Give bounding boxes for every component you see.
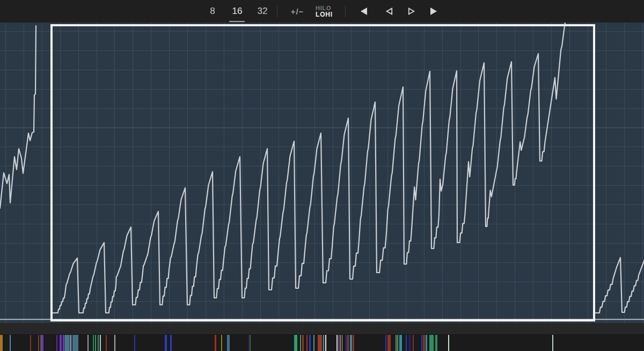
minimap-bar [0, 335, 3, 351]
sequencer-app: 8 16 32 +/− HILO LOHI [0, 0, 644, 351]
minimap-bar [396, 335, 397, 351]
minimap-bar [340, 335, 341, 351]
minimap-bar [134, 335, 135, 351]
minimap-bar [72, 335, 78, 351]
minimap-bar [318, 335, 322, 351]
minimap-strip[interactable] [0, 334, 644, 351]
minimap-bar [552, 335, 553, 351]
minimap-bar [413, 335, 414, 351]
minimap-bar [306, 335, 308, 351]
minimap-bar [70, 335, 71, 351]
minimap-bar [100, 335, 101, 351]
minimap-bar [397, 335, 398, 351]
minimap-bar [87, 335, 89, 351]
minimap-bar [338, 335, 339, 351]
selection-rectangle[interactable] [50, 24, 595, 321]
minimap-bar [63, 335, 64, 351]
toolbar-divider [277, 5, 277, 17]
minimap-bar [221, 335, 222, 351]
plus-minus-button[interactable]: +/− [289, 0, 306, 23]
waveform-panel[interactable] [0, 23, 644, 323]
minimap-bar [435, 335, 437, 351]
minimap-bar [300, 335, 301, 351]
minimap-bar [64, 335, 70, 351]
step-length-16-button[interactable]: 16 [230, 0, 244, 23]
skip-back-button[interactable] [360, 7, 368, 16]
waveform-line-left [0, 26, 36, 208]
minimap-bar [165, 335, 167, 351]
minimap-bar [347, 335, 349, 351]
minimap-bar [93, 335, 94, 351]
minimap-bar [250, 335, 251, 351]
minimap-bar [60, 335, 62, 351]
skip-forward-icon [430, 7, 437, 16]
skip-forward-button[interactable] [430, 7, 437, 16]
minimap-bar [429, 335, 434, 351]
toolbar-divider [345, 5, 346, 17]
minimap-bar [421, 335, 422, 351]
minimap-bar [114, 335, 115, 351]
minimap-bar [249, 335, 250, 351]
minimap-bar [342, 335, 342, 351]
minimap-bar [41, 335, 41, 351]
minimap-bar [38, 335, 39, 351]
minimap-bar [346, 335, 347, 351]
minimap-bar [30, 335, 31, 351]
step-forward-icon [408, 7, 415, 16]
active-step-underline [229, 21, 245, 22]
lower-strip [0, 323, 644, 334]
minimap-bar [325, 335, 326, 351]
minimap-bar [56, 335, 57, 351]
minimap-bar [227, 335, 230, 351]
step-length-32-button[interactable]: 32 [255, 0, 269, 23]
minimap-bar [448, 335, 449, 351]
minimap-bar [385, 335, 386, 351]
minimap-bar [98, 335, 99, 351]
skip-back-icon [360, 7, 368, 16]
minimap-bar [95, 335, 96, 351]
minimap-bar [423, 335, 425, 351]
waveform-line-right [596, 252, 644, 313]
lohi-label: LOHI [316, 11, 333, 18]
minimap-bar [323, 335, 324, 351]
minimap-bar [406, 335, 407, 351]
minimap-bar [387, 335, 391, 351]
minimap-bar [313, 335, 314, 351]
minimap-bar [353, 335, 354, 351]
hilo-lohi-toggle[interactable]: HILO LOHI [316, 5, 333, 18]
minimap-bar [170, 335, 172, 351]
step-forward-button[interactable] [408, 7, 415, 16]
minimap-bar [42, 335, 43, 351]
minimap-bar [215, 335, 216, 351]
step-back-icon [385, 7, 393, 16]
minimap-bar [336, 335, 338, 351]
minimap-bar [399, 335, 402, 351]
toolbar: 8 16 32 +/− HILO LOHI [0, 0, 644, 23]
minimap-bar [294, 335, 297, 351]
minimap-bar [409, 335, 411, 351]
minimap-bar [350, 335, 352, 351]
minimap-bar [309, 335, 311, 351]
minimap-bar [302, 335, 304, 351]
minimap-bar [426, 335, 427, 351]
step-back-button[interactable] [385, 7, 393, 16]
step-length-8-button[interactable]: 8 [206, 0, 219, 23]
minimap-bar [10, 335, 11, 351]
minimap-bar [106, 335, 107, 351]
